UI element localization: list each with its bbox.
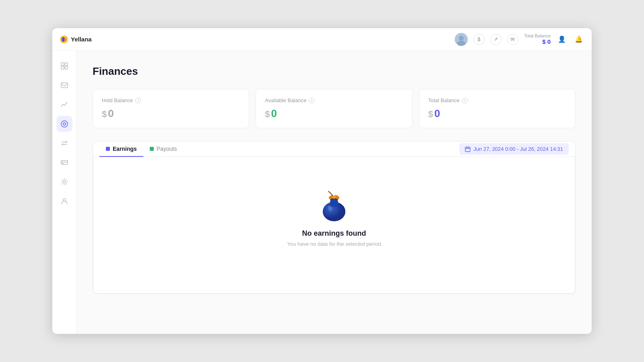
sidebar-item-cards[interactable] <box>56 154 72 171</box>
tab-payouts-label: Payouts <box>157 146 177 152</box>
svg-rect-9 <box>65 66 68 69</box>
earnings-dot <box>106 147 110 151</box>
svg-rect-15 <box>62 163 64 164</box>
total-balance-header-label: Total Balance <box>524 33 551 38</box>
available-balance-amount: $ 0 <box>265 107 403 120</box>
sidebar-item-finances[interactable] <box>56 116 72 132</box>
available-balance-card: Available Balance i $ 0 <box>256 89 412 128</box>
sidebar <box>52 51 76 334</box>
calendar-icon <box>465 146 471 152</box>
sidebar-item-messages[interactable] <box>56 77 72 93</box>
hold-balance-card: Hold Balance i $ 0 <box>93 89 249 128</box>
total-balance-dollar: $ <box>428 109 433 119</box>
tab-content: No earnings found You have no data for t… <box>93 157 575 294</box>
date-range-button[interactable]: Jun 27, 2024 0:00 - Jul 26, 2024 14:31 <box>459 143 569 155</box>
logo-icon <box>60 35 68 44</box>
payouts-dot <box>150 147 154 151</box>
tab-earnings-label: Earnings <box>113 146 137 152</box>
empty-state: No earnings found You have no data for t… <box>93 157 575 263</box>
svg-point-4 <box>459 36 464 41</box>
bell-icon[interactable]: 🔔 <box>573 34 584 45</box>
sidebar-item-transfers[interactable] <box>56 135 72 151</box>
tabs: Earnings Payouts <box>99 142 184 156</box>
sidebar-item-dashboard[interactable] <box>56 58 72 74</box>
dollar-icon[interactable]: $ <box>473 34 485 45</box>
sidebar-item-analytics[interactable] <box>56 97 72 113</box>
svg-point-28 <box>332 195 336 199</box>
svg-rect-7 <box>65 63 68 66</box>
total-balance-title: Total Balance i <box>428 97 566 103</box>
hold-balance-value: 0 <box>108 107 114 120</box>
total-balance-amount: $ 0 <box>428 107 566 120</box>
total-balance-value: 0 <box>434 107 440 120</box>
total-balance-header-value: $ 0 <box>542 38 551 45</box>
arrow-circle-icon[interactable]: ↗ <box>490 34 502 45</box>
svg-point-16 <box>63 181 66 183</box>
svg-point-12 <box>63 123 66 125</box>
hold-balance-title: Hold Balance i <box>102 97 240 103</box>
available-balance-title: Available Balance i <box>265 97 403 103</box>
total-balance-card: Total Balance i $ 0 <box>419 89 576 128</box>
tabs-container: Earnings Payouts <box>93 141 576 294</box>
svg-rect-18 <box>465 147 470 152</box>
svg-rect-10 <box>61 83 68 88</box>
total-balance-header: Total Balance $ 0 <box>524 33 551 45</box>
hold-balance-dollar: $ <box>102 109 107 119</box>
hold-balance-amount: $ 0 <box>102 107 240 120</box>
empty-bag-icon <box>318 189 350 221</box>
main-layout: Finances Hold Balance i $ 0 <box>52 51 592 334</box>
content: Finances Hold Balance i $ 0 <box>76 51 592 334</box>
logo: Yellana <box>60 35 92 44</box>
page-title: Finances <box>93 65 576 78</box>
svg-rect-6 <box>61 63 64 66</box>
mail-icon[interactable]: ✉ <box>507 34 518 45</box>
user-icon[interactable]: 👤 <box>556 34 568 45</box>
tabs-row: Earnings Payouts <box>93 142 575 157</box>
available-balance-value: 0 <box>271 107 277 120</box>
empty-state-subtitle: You have no data for the selected period <box>287 241 381 247</box>
sidebar-item-settings[interactable] <box>56 174 72 190</box>
empty-state-title: No earnings found <box>302 229 366 238</box>
balance-cards: Hold Balance i $ 0 Available Balance i <box>93 89 576 128</box>
svg-rect-8 <box>61 66 64 69</box>
hold-balance-info-icon[interactable]: i <box>135 98 141 103</box>
tab-payouts[interactable]: Payouts <box>143 142 184 157</box>
topbar-right: $ ↗ ✉ Total Balance $ 0 👤 🔔 <box>455 33 584 46</box>
svg-point-2 <box>64 37 66 41</box>
tab-earnings[interactable]: Earnings <box>99 142 143 157</box>
total-balance-info-icon[interactable]: i <box>462 98 468 103</box>
svg-rect-13 <box>61 160 68 165</box>
available-balance-dollar: $ <box>265 109 270 119</box>
svg-point-11 <box>61 121 68 127</box>
available-balance-info-icon[interactable]: i <box>309 98 314 103</box>
logo-text: Yellana <box>71 36 92 43</box>
sidebar-item-profile[interactable] <box>56 193 72 209</box>
date-range-label: Jun 27, 2024 0:00 - Jul 26, 2024 14:31 <box>473 146 563 152</box>
app-window: Yellana $ ↗ ✉ Total Balance $ 0 👤 🔔 <box>52 28 592 334</box>
topbar: Yellana $ ↗ ✉ Total Balance $ 0 👤 🔔 <box>52 28 592 51</box>
avatar[interactable] <box>455 33 468 46</box>
